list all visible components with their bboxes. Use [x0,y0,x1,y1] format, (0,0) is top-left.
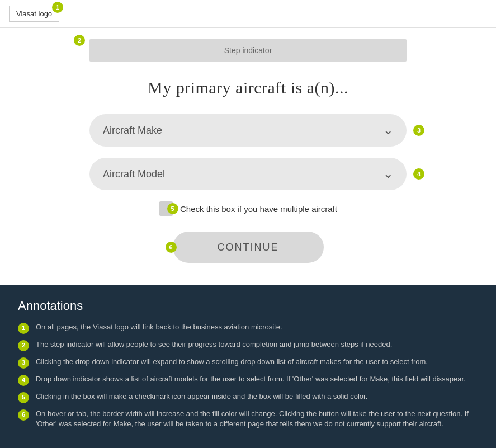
annotation-item: 4 Drop down indicator shows a list of ai… [18,374,478,386]
continue-wrapper: 6 CONTINUE [89,232,407,263]
aircraft-model-label: Aircraft Model [103,168,165,180]
aircraft-model-chevron-icon: ⌄ [383,167,393,181]
aircraft-model-wrapper: Aircraft Model ⌄ 4 [89,158,407,190]
checkbox-row: 5 Check this box if you have multiple ai… [89,201,407,216]
logo-text: Viasat logo [16,10,52,18]
annotation-item-badge: 4 [18,375,29,386]
annotation-item-text: Clicking in the box will make a checkmar… [36,392,367,402]
annotation-item: 6 On hover or tab, the border width will… [18,409,478,429]
header: Viasat logo 1 [0,0,496,28]
continue-button[interactable]: CONTINUE [173,232,324,263]
aircraft-make-label: Aircraft Make [103,125,162,136]
annotation-item-text: On hover or tab, the border width will i… [36,409,478,429]
step-indicator[interactable]: Step indicator [89,39,407,62]
annotation-item-badge: 5 [18,392,29,403]
checkbox-label: Check this box if you have multiple airc… [180,204,337,214]
aircraft-make-badge: 3 [413,125,424,136]
annotation-item-text: Drop down indicator shows a list of airc… [36,374,466,384]
annotations-list: 1 On all pages, the Viasat logo will lin… [18,322,478,429]
step-indicator-wrapper: 2 Step indicator [89,39,407,62]
aircraft-model-dropdown[interactable]: Aircraft Model ⌄ [89,158,407,190]
annotation-item-text: The step indicator will allow people to … [36,339,392,350]
aircraft-model-badge: 4 [413,168,424,180]
checkbox-badge: 5 [167,203,178,214]
annotation-item-badge: 1 [18,323,29,334]
main-content: 2 Step indicator My primary aircraft is … [0,28,496,285]
step-indicator-label: Step indicator [224,46,272,55]
annotations-title: Annotations [18,299,478,313]
annotation-item-badge: 2 [18,340,29,351]
logo[interactable]: Viasat logo 1 [9,6,59,22]
annotation-item: 5 Clicking in the box will make a checkm… [18,392,478,403]
step-indicator-badge: 2 [74,35,85,46]
annotations-section: Annotations 1 On all pages, the Viasat l… [0,285,496,448]
aircraft-make-chevron-icon: ⌄ [383,123,393,138]
annotation-item-badge: 3 [18,357,29,369]
aircraft-make-wrapper: Aircraft Make ⌄ 3 [89,114,407,147]
annotation-item-text: Clicking the drop down indicator will ex… [36,357,428,367]
page-title: My primary aircraft is a(n)... [89,78,407,97]
logo-badge: 1 [52,2,63,13]
annotation-item-badge: 6 [18,409,29,421]
annotation-item: 3 Clicking the drop down indicator will … [18,357,478,369]
continue-badge: 6 [166,242,177,253]
annotation-item-text: On all pages, the Viasat logo will link … [36,322,282,332]
annotation-item: 1 On all pages, the Viasat logo will lin… [18,322,478,334]
annotation-item: 2 The step indicator will allow people t… [18,339,478,351]
aircraft-make-dropdown[interactable]: Aircraft Make ⌄ [89,114,407,147]
